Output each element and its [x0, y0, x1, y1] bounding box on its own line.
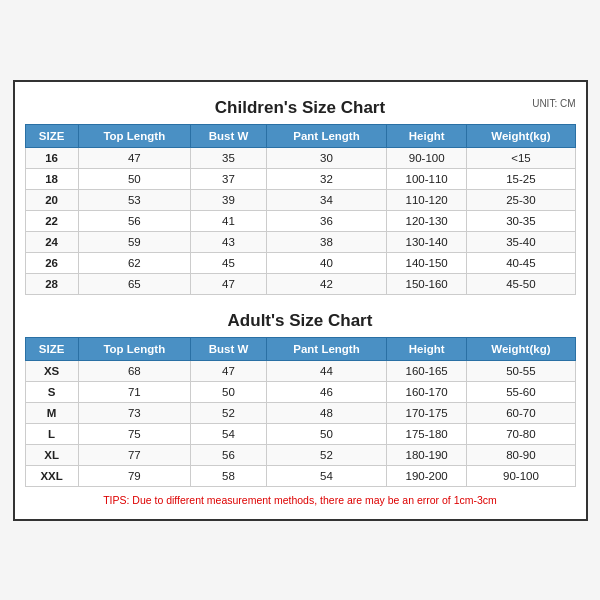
table-cell: 175-180 — [386, 423, 466, 444]
table-cell: 50-55 — [467, 360, 575, 381]
table-cell: 80-90 — [467, 444, 575, 465]
table-cell: 160-165 — [386, 360, 466, 381]
table-cell: 110-120 — [386, 189, 466, 210]
table-cell: 35-40 — [467, 231, 575, 252]
table-cell: 28 — [25, 273, 78, 294]
table-cell: 15-25 — [467, 168, 575, 189]
table-cell: 24 — [25, 231, 78, 252]
table-cell: 30 — [267, 147, 387, 168]
children-header-row: SIZE Top Length Bust W Pant Length Heigh… — [25, 124, 575, 147]
table-row: 24594338130-14035-40 — [25, 231, 575, 252]
table-cell: 130-140 — [386, 231, 466, 252]
table-cell: <15 — [467, 147, 575, 168]
children-section-title: Children's Size Chart UNIT: CM — [25, 92, 576, 120]
table-cell: 54 — [267, 465, 387, 486]
table-cell: 39 — [190, 189, 266, 210]
table-cell: 90-100 — [386, 147, 466, 168]
col-pant-length-a: Pant Length — [267, 337, 387, 360]
adult-title-text: Adult's Size Chart — [228, 311, 373, 330]
table-cell: 77 — [78, 444, 190, 465]
table-cell: 36 — [267, 210, 387, 231]
table-cell: 140-150 — [386, 252, 466, 273]
table-cell: 40-45 — [467, 252, 575, 273]
adult-section-title: Adult's Size Chart — [25, 305, 576, 333]
col-weight-c: Weight(kg) — [467, 124, 575, 147]
table-cell: 90-100 — [467, 465, 575, 486]
table-cell: S — [25, 381, 78, 402]
table-cell: 120-130 — [386, 210, 466, 231]
table-cell: XS — [25, 360, 78, 381]
table-row: 20533934110-12025-30 — [25, 189, 575, 210]
table-cell: 70-80 — [467, 423, 575, 444]
table-row: 22564136120-13030-35 — [25, 210, 575, 231]
table-cell: 190-200 — [386, 465, 466, 486]
table-cell: 43 — [190, 231, 266, 252]
col-weight-a: Weight(kg) — [467, 337, 575, 360]
table-cell: 45-50 — [467, 273, 575, 294]
table-cell: 34 — [267, 189, 387, 210]
table-cell: 30-35 — [467, 210, 575, 231]
table-cell: 50 — [190, 381, 266, 402]
col-top-length-a: Top Length — [78, 337, 190, 360]
table-cell: 16 — [25, 147, 78, 168]
table-cell: 32 — [267, 168, 387, 189]
table-cell: 26 — [25, 252, 78, 273]
table-cell: 52 — [267, 444, 387, 465]
tips-text: TIPS: Due to different measurement metho… — [25, 494, 576, 509]
table-cell: 170-175 — [386, 402, 466, 423]
table-row: XS684744160-16550-55 — [25, 360, 575, 381]
table-cell: 160-170 — [386, 381, 466, 402]
table-cell: 60-70 — [467, 402, 575, 423]
table-cell: 48 — [267, 402, 387, 423]
table-row: 26624540140-15040-45 — [25, 252, 575, 273]
table-cell: 40 — [267, 252, 387, 273]
table-cell: 65 — [78, 273, 190, 294]
table-cell: 100-110 — [386, 168, 466, 189]
chart-container: Children's Size Chart UNIT: CM SIZE Top … — [13, 80, 588, 521]
table-cell: 55-60 — [467, 381, 575, 402]
table-cell: 45 — [190, 252, 266, 273]
table-cell: 47 — [78, 147, 190, 168]
col-height-c: Height — [386, 124, 466, 147]
table-cell: 59 — [78, 231, 190, 252]
table-cell: 25-30 — [467, 189, 575, 210]
adult-table: SIZE Top Length Bust W Pant Length Heigh… — [25, 337, 576, 487]
table-cell: 75 — [78, 423, 190, 444]
col-bust-c: Bust W — [190, 124, 266, 147]
table-cell: 71 — [78, 381, 190, 402]
col-size-a: SIZE — [25, 337, 78, 360]
table-cell: 56 — [78, 210, 190, 231]
table-cell: 52 — [190, 402, 266, 423]
table-cell: 42 — [267, 273, 387, 294]
table-cell: L — [25, 423, 78, 444]
table-cell: 53 — [78, 189, 190, 210]
table-cell: 56 — [190, 444, 266, 465]
table-row: 18503732100-11015-25 — [25, 168, 575, 189]
table-row: L755450175-18070-80 — [25, 423, 575, 444]
table-row: XL775652180-19080-90 — [25, 444, 575, 465]
col-size-c: SIZE — [25, 124, 78, 147]
table-cell: 41 — [190, 210, 266, 231]
table-cell: XL — [25, 444, 78, 465]
col-height-a: Height — [386, 337, 466, 360]
col-bust-a: Bust W — [190, 337, 266, 360]
children-table: SIZE Top Length Bust W Pant Length Heigh… — [25, 124, 576, 295]
table-cell: 150-160 — [386, 273, 466, 294]
table-cell: 68 — [78, 360, 190, 381]
table-cell: 20 — [25, 189, 78, 210]
col-top-length-c: Top Length — [78, 124, 190, 147]
table-cell: 44 — [267, 360, 387, 381]
table-cell: 18 — [25, 168, 78, 189]
adult-header-row: SIZE Top Length Bust W Pant Length Heigh… — [25, 337, 575, 360]
table-row: XXL795854190-20090-100 — [25, 465, 575, 486]
table-cell: 50 — [78, 168, 190, 189]
table-cell: 50 — [267, 423, 387, 444]
children-title-text: Children's Size Chart — [215, 98, 385, 117]
table-cell: 47 — [190, 360, 266, 381]
table-cell: 46 — [267, 381, 387, 402]
table-cell: 180-190 — [386, 444, 466, 465]
table-cell: 35 — [190, 147, 266, 168]
table-row: S715046160-17055-60 — [25, 381, 575, 402]
table-cell: M — [25, 402, 78, 423]
table-cell: 54 — [190, 423, 266, 444]
